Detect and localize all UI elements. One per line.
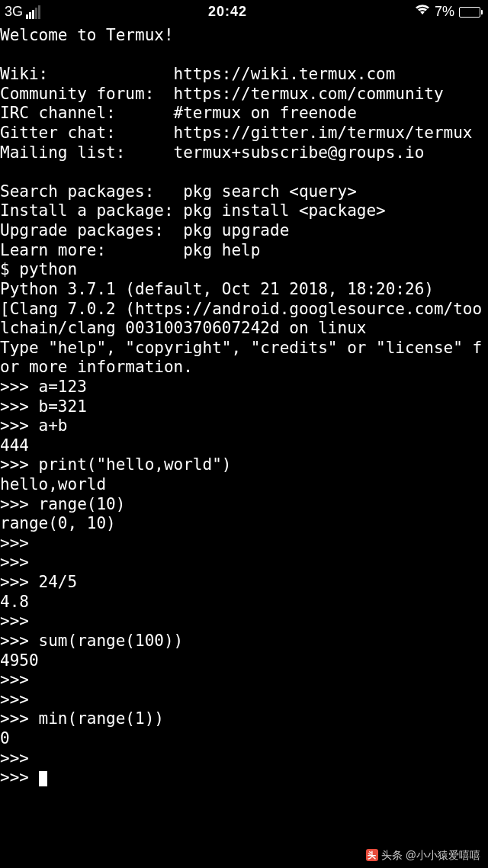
status-bar: 3G 20:42 7% xyxy=(0,0,488,24)
watermark-handle: @小小猿爱嘻嘻 xyxy=(406,849,480,862)
status-bar-right: 7% xyxy=(415,4,480,21)
battery-percent-label: 7% xyxy=(435,4,454,21)
watermark-prefix: 头条 xyxy=(381,849,403,862)
battery-icon xyxy=(459,7,480,18)
network-type-label: 3G xyxy=(5,4,23,21)
status-bar-left: 3G xyxy=(5,4,40,21)
clock-label: 20:42 xyxy=(208,4,247,21)
terminal-output[interactable]: Welcome to Termux! Wiki: https://wiki.te… xyxy=(0,24,488,788)
terminal-cursor xyxy=(39,771,47,786)
wifi-icon xyxy=(415,4,430,21)
watermark-logo-icon: 头 xyxy=(366,849,378,861)
watermark: 头 头条 @小小猿爱嘻嘻 xyxy=(366,849,480,862)
signal-strength-icon xyxy=(26,5,40,19)
